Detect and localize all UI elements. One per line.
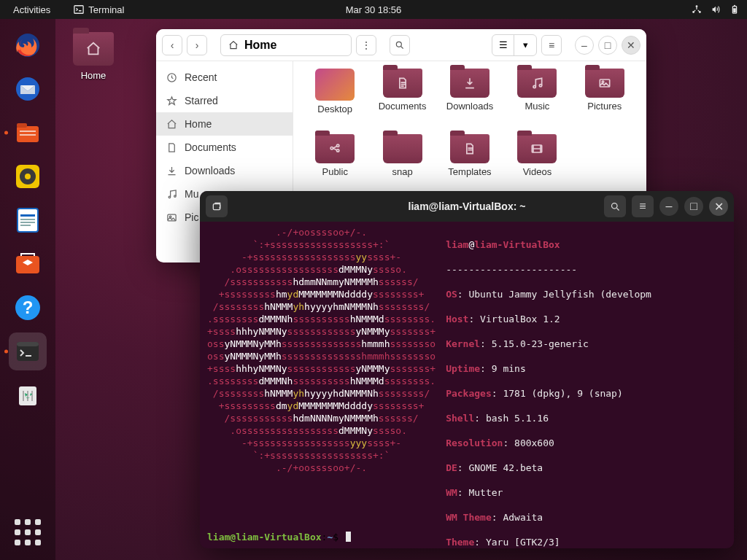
active-app-label: Terminal bbox=[88, 4, 124, 15]
window-minimize-button[interactable]: – bbox=[575, 36, 594, 55]
files-search-button[interactable] bbox=[390, 35, 410, 55]
view-switcher[interactable]: ☰ ▾ bbox=[492, 34, 537, 56]
dock-help[interactable]: ? bbox=[9, 289, 47, 327]
svg-rect-12 bbox=[20, 134, 36, 136]
window-maximize-button[interactable]: □ bbox=[598, 36, 617, 55]
show-applications-button[interactable] bbox=[15, 519, 41, 545]
top-bar: Activities Terminal Mar 30 18:56 bbox=[0, 0, 747, 19]
nav-back-button[interactable]: ‹ bbox=[162, 35, 182, 55]
svg-rect-19 bbox=[20, 219, 35, 220]
sidebar-item-label: Recent bbox=[185, 71, 217, 83]
terminal-search-button[interactable] bbox=[604, 195, 626, 217]
sidebar-item-label: Starred bbox=[185, 95, 218, 106]
path-label: Home bbox=[244, 39, 276, 52]
terminal-icon bbox=[74, 4, 84, 15]
svg-rect-42 bbox=[213, 204, 220, 210]
view-list-icon[interactable]: ☰ bbox=[492, 35, 514, 55]
sidebar-item-label: Mu bbox=[185, 188, 198, 200]
folder-label: Downloads bbox=[446, 101, 493, 112]
dock-thunderbird[interactable] bbox=[9, 70, 47, 108]
desktop-home-label: Home bbox=[73, 70, 114, 81]
terminal-title: liam@liam-VirtualBox: ~ bbox=[409, 201, 526, 212]
svg-point-31 bbox=[174, 195, 177, 197]
terminal-headerbar: liam@liam-VirtualBox: ~ ≡ – □ ✕ bbox=[200, 191, 734, 222]
svg-point-43 bbox=[611, 203, 617, 209]
terminal-close-button[interactable]: ✕ bbox=[709, 197, 728, 216]
folder-label: snap bbox=[392, 166, 412, 177]
svg-point-40 bbox=[337, 149, 339, 152]
power-icon bbox=[729, 4, 740, 15]
folder-pictures[interactable]: Pictures bbox=[573, 69, 636, 131]
sidebar-item-downloads[interactable]: Downloads bbox=[156, 159, 293, 182]
terminal-minimize-button[interactable]: – bbox=[659, 197, 678, 216]
terminal-maximize-button[interactable]: □ bbox=[684, 197, 703, 216]
folder-label: Music bbox=[525, 101, 549, 112]
folder-label: Public bbox=[322, 166, 347, 177]
terminal-menu-button[interactable]: ≡ bbox=[632, 195, 654, 217]
terminal-output[interactable]: .-/+oossssoo+/-. `:+ssssssssssssssssss+:… bbox=[200, 222, 734, 548]
svg-rect-11 bbox=[20, 131, 36, 132]
neofetch-logo: .-/+oossssoo+/-. `:+ssssssssssssssssss+:… bbox=[207, 226, 436, 542]
view-dropdown-icon[interactable]: ▾ bbox=[514, 35, 536, 55]
nav-forward-button[interactable]: › bbox=[187, 35, 207, 55]
folder-label: Pictures bbox=[587, 101, 622, 112]
svg-rect-21 bbox=[20, 225, 31, 226]
folder-desktop[interactable]: Desktop bbox=[303, 69, 366, 131]
hamburger-menu-button[interactable]: ≡ bbox=[541, 35, 562, 55]
svg-text:?: ? bbox=[23, 298, 34, 317]
clock[interactable]: Mar 30 18:56 bbox=[346, 4, 402, 15]
dock-trash[interactable] bbox=[9, 376, 47, 414]
new-tab-button[interactable] bbox=[206, 195, 228, 217]
svg-rect-26 bbox=[17, 342, 39, 346]
files-headerbar: ‹ › Home ⋮ ☰ ▾ ≡ – □ ✕ bbox=[156, 29, 646, 61]
sidebar-item-label: Home bbox=[185, 118, 212, 130]
folder-snap[interactable]: snap bbox=[371, 134, 433, 197]
svg-point-28 bbox=[396, 42, 401, 47]
sidebar-item-label: Pic bbox=[185, 211, 198, 223]
sidebar-item-home[interactable]: Home bbox=[156, 112, 293, 136]
folder-music[interactable]: Music bbox=[506, 69, 568, 131]
svg-point-39 bbox=[337, 144, 339, 147]
dock-rhythmbox[interactable] bbox=[9, 158, 47, 195]
sidebar-item-label: Downloads bbox=[185, 165, 235, 176]
folder-templates[interactable]: Templates bbox=[438, 134, 501, 197]
folder-public[interactable]: Public bbox=[303, 134, 366, 197]
folder-label: Desktop bbox=[317, 104, 352, 114]
dock-libreoffice-writer[interactable] bbox=[9, 201, 47, 239]
path-menu-button[interactable]: ⋮ bbox=[356, 35, 376, 55]
dock-ubuntu-software[interactable] bbox=[9, 245, 47, 283]
dock-files[interactable] bbox=[9, 114, 47, 152]
folder-label: Videos bbox=[523, 166, 552, 177]
sidebar-item-starred[interactable]: Starred bbox=[156, 89, 293, 112]
active-app-indicator[interactable]: Terminal bbox=[74, 4, 124, 15]
volume-icon bbox=[711, 4, 721, 15]
svg-rect-10 bbox=[17, 123, 27, 128]
sidebar-item-recent[interactable]: Recent bbox=[156, 66, 293, 89]
folder-documents[interactable]: Documents bbox=[371, 69, 433, 131]
dock-terminal[interactable] bbox=[9, 332, 47, 370]
svg-rect-0 bbox=[74, 6, 83, 14]
svg-point-35 bbox=[540, 85, 542, 87]
folder-label: Documents bbox=[379, 101, 427, 112]
svg-rect-5 bbox=[733, 8, 736, 12]
dock-firefox[interactable] bbox=[9, 26, 47, 64]
sidebar-item-documents[interactable]: Documents bbox=[156, 136, 293, 159]
desktop-home-folder[interactable]: Home bbox=[73, 32, 114, 81]
svg-rect-6 bbox=[734, 5, 735, 7]
dock: ? bbox=[0, 19, 55, 560]
window-close-button[interactable]: ✕ bbox=[622, 36, 640, 55]
terminal-prompt[interactable]: liam@liam-VirtualBox:~$ bbox=[207, 532, 351, 542]
folder-label: Templates bbox=[448, 166, 491, 177]
svg-point-15 bbox=[25, 174, 31, 179]
activities-button[interactable]: Activities bbox=[7, 3, 56, 17]
system-tray[interactable] bbox=[692, 4, 740, 15]
path-bar[interactable]: Home bbox=[220, 34, 352, 56]
svg-rect-20 bbox=[20, 222, 35, 223]
network-icon bbox=[692, 4, 702, 15]
svg-point-38 bbox=[330, 147, 333, 149]
folder-videos[interactable]: Videos bbox=[506, 134, 568, 197]
svg-point-30 bbox=[169, 196, 171, 198]
svg-rect-18 bbox=[20, 214, 35, 217]
neofetch-info: liam@liam-VirtualBox -------------------… bbox=[446, 226, 651, 542]
folder-downloads[interactable]: Downloads bbox=[438, 69, 501, 131]
